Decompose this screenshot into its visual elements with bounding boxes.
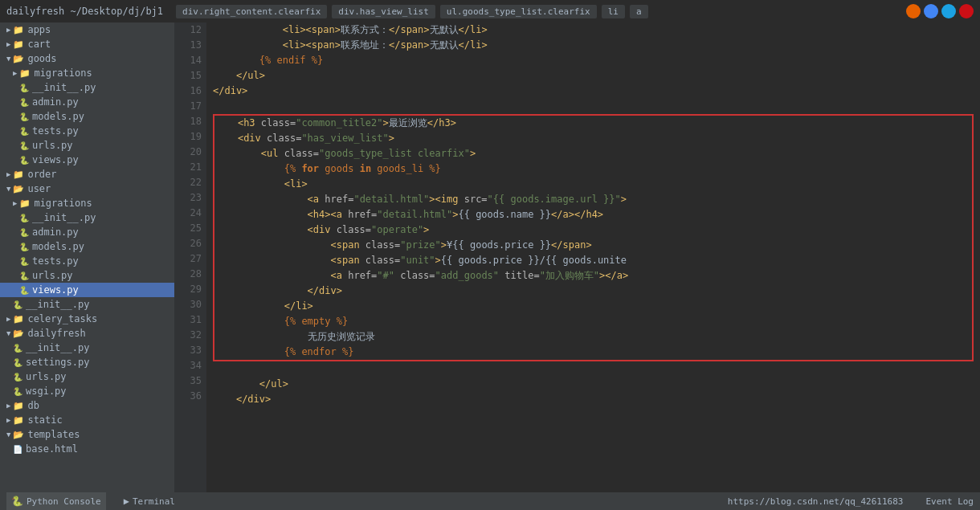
sidebar-label: urls.py <box>32 140 73 151</box>
highlight-block: <h3 class="common_title2">最近浏览</h3> <div… <box>213 114 974 361</box>
sidebar-item-df-init[interactable]: 🐍 __init__.py <box>0 341 174 355</box>
file-icon: 📄 <box>13 445 22 454</box>
sidebar-label: models.py <box>32 111 84 122</box>
sidebar-label: urls.py <box>32 270 73 281</box>
sidebar-item-goods-admin[interactable]: 🐍 admin.py <box>0 95 174 109</box>
sidebar-item-goods-migrations[interactable]: ▶ 📁 migrations <box>0 66 174 80</box>
sidebar-item-user-tests[interactable]: 🐍 tests.py <box>0 254 174 268</box>
arrow-icon: ▶ <box>6 26 10 34</box>
sidebar-item-user-views[interactable]: 🐍 views.py <box>0 283 174 297</box>
code-line-18: <h3 class="common_title2">最近浏览</h3> <box>214 116 972 131</box>
code-container[interactable]: 12 13 14 15 16 17 18 19 20 21 22 23 24 2… <box>174 22 980 492</box>
sidebar-item-cart[interactable]: ▶ 📁 cart <box>0 37 174 51</box>
sidebar-label: settings.py <box>26 357 89 368</box>
sidebar-item-db[interactable]: ▶ 📁 db <box>0 398 174 413</box>
sidebar-item-dailyfresh[interactable]: ▼ 📂 dailyfresh <box>0 326 174 341</box>
file-icon: 🐍 <box>19 156 29 165</box>
sidebar-item-user-urls[interactable]: 🐍 urls.py <box>0 268 174 283</box>
sidebar-item-templates[interactable]: ▼ 📂 templates <box>0 427 174 442</box>
ie-icon[interactable] <box>941 4 956 18</box>
line-num-16: 16 <box>174 84 202 99</box>
code-line-14: {% endif %} <box>213 53 974 68</box>
sidebar-item-goods-init[interactable]: 🐍 __init__.py <box>0 80 174 95</box>
sidebar-label: goods <box>27 53 56 64</box>
sidebar-item-base-html[interactable]: 📄 base.html <box>0 442 174 456</box>
code-line-33: {% endfor %} <box>214 345 972 360</box>
sidebar-item-df-settings[interactable]: 🐍 settings.py <box>0 355 174 369</box>
folder-icon: 📂 <box>13 184 24 194</box>
code-line-16: </div> <box>213 84 974 99</box>
sidebar-item-df-urls[interactable]: 🐍 urls.py <box>0 369 174 384</box>
line-num-27: 27 <box>174 251 202 267</box>
sidebar-item-user-init[interactable]: 🐍 __init__.py <box>0 210 174 225</box>
sidebar-label: tests.py <box>32 125 79 137</box>
sidebar-label: tests.py <box>32 255 79 267</box>
sidebar-label: user <box>27 183 51 194</box>
sidebar-item-static[interactable]: ▶ 📁 static <box>0 413 174 427</box>
line-num-26: 26 <box>174 236 202 251</box>
sidebar-label: __init__.py <box>32 212 96 223</box>
sidebar-item-goods-tests[interactable]: 🐍 tests.py <box>0 124 174 138</box>
code-line-30: </li> <box>214 299 972 314</box>
breadcrumb-goods-type-list[interactable]: ul.goods_type_list.clearfix <box>440 5 597 18</box>
code-line-25: <div class="operate"> <box>214 222 972 238</box>
sidebar-item-user-migrations[interactable]: ▶ 📁 migrations <box>0 196 174 210</box>
code-line-27: <span class="unit">{{ goods.price }}/{{ … <box>214 253 972 268</box>
line-num-19: 19 <box>174 129 202 145</box>
sidebar-item-apps[interactable]: ▶ 📁 apps <box>0 22 174 37</box>
folder-icon: 📁 <box>13 25 24 35</box>
sidebar-item-user-models[interactable]: 🐍 models.py <box>0 239 174 254</box>
chrome-icon[interactable] <box>924 4 938 18</box>
file-icon: 🐍 <box>19 228 29 237</box>
sidebar-item-goods-models[interactable]: 🐍 models.py <box>0 109 174 124</box>
arrow-icon: ▶ <box>13 69 17 77</box>
main-layout: ▶ 📁 apps ▶ 📁 cart ▼ 📂 goods ▶ 📁 migratio… <box>0 22 980 492</box>
python-icon: 🐍 <box>11 496 23 507</box>
arrow-icon: ▼ <box>6 329 10 337</box>
code-line-34 <box>213 361 974 377</box>
arrow-icon: ▶ <box>6 315 10 323</box>
code-editor[interactable]: <li><span>联系方式：</span>无默认</li> <li><span… <box>206 22 980 492</box>
sidebar-item-df-wsgi[interactable]: 🐍 wsgi.py <box>0 384 174 398</box>
sidebar-item-goods-urls[interactable]: 🐍 urls.py <box>0 138 174 153</box>
arrow-icon: ▶ <box>6 40 10 48</box>
sidebar-label: models.py <box>32 241 84 252</box>
code-line-29: </div> <box>214 284 972 299</box>
line-num-12: 12 <box>174 22 202 38</box>
terminal-tab[interactable]: ▶ Terminal <box>119 492 180 510</box>
breadcrumb-has-view-list[interactable]: div.has_view_list <box>332 5 435 18</box>
line-num-33: 33 <box>174 343 202 358</box>
opera-icon[interactable] <box>959 4 974 18</box>
folder-icon: 📁 <box>13 314 24 324</box>
line-num-28: 28 <box>174 267 202 282</box>
code-line-31: {% empty %} <box>214 314 972 329</box>
file-icon: 🐍 <box>19 98 29 107</box>
line-num-31: 31 <box>174 312 202 328</box>
breadcrumb-a[interactable]: a <box>630 5 648 18</box>
arrow-icon: ▶ <box>13 199 17 207</box>
firefox-icon[interactable] <box>906 4 921 18</box>
sidebar-label: __init__.py <box>26 342 89 353</box>
line-num-17: 17 <box>174 99 202 114</box>
code-line-17 <box>213 99 974 114</box>
folder-icon: 📁 <box>19 198 31 209</box>
sidebar-item-celery[interactable]: ▶ 📁 celery_tasks <box>0 312 174 326</box>
arrow-icon: ▶ <box>6 402 10 410</box>
sidebar-item-goods[interactable]: ▼ 📂 goods <box>0 51 174 66</box>
sidebar[interactable]: ▶ 📁 apps ▶ 📁 cart ▼ 📂 goods ▶ 📁 migratio… <box>0 22 174 492</box>
sidebar-label: __init__.py <box>32 82 96 93</box>
breadcrumb-right-content[interactable]: div.right_content.clearfix <box>176 5 327 18</box>
python-console-tab[interactable]: 🐍 Python Console <box>6 492 106 510</box>
sidebar-item-user-admin[interactable]: 🐍 admin.py <box>0 225 174 239</box>
sidebar-item-user-init2[interactable]: 🐍 __init__.py <box>0 297 174 312</box>
sidebar-item-user[interactable]: ▼ 📂 user <box>0 182 174 196</box>
sidebar-label: wsgi.py <box>26 386 67 397</box>
sidebar-item-order[interactable]: ▶ 📁 order <box>0 167 174 182</box>
file-icon: 🐍 <box>13 387 22 396</box>
breadcrumb-li[interactable]: li <box>602 5 625 18</box>
code-line-22: <li> <box>214 177 972 192</box>
sidebar-item-goods-views[interactable]: 🐍 views.py <box>0 153 174 167</box>
folder-icon: 📂 <box>13 328 24 339</box>
file-icon: 🐍 <box>19 214 29 222</box>
code-line-35: </ul> <box>213 377 974 392</box>
